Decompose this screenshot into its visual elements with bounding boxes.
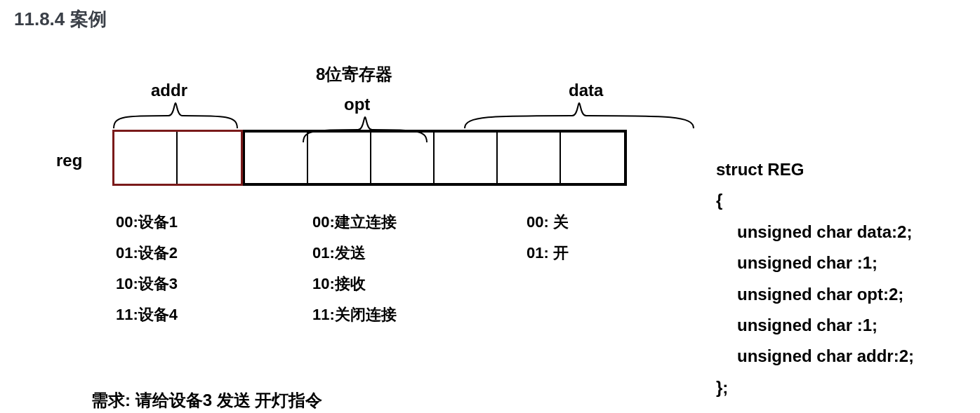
section-heading: 11.8.4 案例 (14, 7, 966, 32)
bit-cell (561, 133, 624, 184)
diagram: 8位寄存器 addr opt data reg (14, 60, 716, 413)
addr-bits (112, 130, 243, 186)
bit-cell (498, 133, 561, 184)
value-item: 00:设备1 (116, 207, 178, 238)
field-label-opt: opt (344, 95, 370, 114)
requirement-text: 需求: 请给设备3 发送 开灯指令 (91, 389, 322, 412)
code-block: struct REG { unsigned char data:2; unsig… (716, 60, 966, 403)
addr-values: 00:设备1 01:设备2 10:设备3 11:设备4 (116, 207, 178, 330)
bit-cell (114, 132, 178, 184)
value-item: 01:发送 (312, 238, 397, 269)
register-title: 8位寄存器 (316, 63, 392, 86)
value-item: 10:接收 (312, 269, 397, 299)
field-label-data: data (569, 81, 603, 100)
brace-addr (112, 102, 239, 130)
value-item: 11:关闭连接 (312, 299, 397, 330)
code-line: struct REG (716, 154, 966, 185)
bit-cell (371, 133, 435, 184)
code-line: unsigned char opt:2; (716, 279, 966, 310)
bit-cell (178, 132, 241, 184)
value-item: 11:设备4 (116, 299, 178, 330)
field-label-addr: addr (151, 81, 187, 100)
register-row (112, 130, 627, 186)
value-item: 00:建立连接 (312, 207, 397, 238)
value-item: 01:设备2 (116, 238, 178, 269)
value-item: 00: 关 (527, 207, 569, 238)
code-line: { (716, 185, 966, 216)
code-line: unsigned char addr:2; (716, 341, 966, 372)
opt-values: 00:建立连接 01:发送 10:接收 11:关闭连接 (312, 207, 397, 330)
code-line: unsigned char data:2; (716, 217, 966, 248)
code-line: unsigned char :1; (716, 248, 966, 278)
bit-cell (435, 133, 498, 184)
value-item: 10:设备3 (116, 269, 178, 299)
remaining-bits (243, 130, 627, 186)
value-item: 01: 开 (527, 238, 569, 269)
bit-cell (308, 133, 371, 184)
data-values: 00: 关 01: 开 (527, 207, 569, 269)
reg-label: reg (56, 151, 82, 170)
brace-data (463, 102, 695, 130)
bit-cell (245, 133, 308, 184)
code-line: }; (716, 372, 966, 403)
code-line: unsigned char :1; (716, 310, 966, 341)
